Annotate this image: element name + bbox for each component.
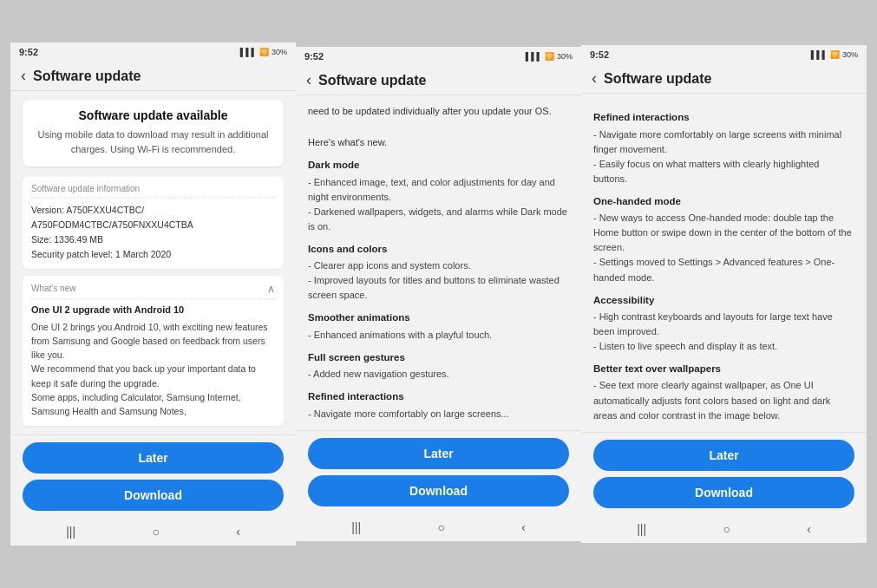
accessibility-body: - High contrast keyboards and layouts fo…	[593, 310, 854, 354]
refined-body: - Navigate more comfortably on large scr…	[308, 407, 569, 421]
back-button-2[interactable]: ‹	[306, 71, 311, 89]
wifi-icon-2: 🛜	[545, 52, 554, 61]
status-icons-3: ▌▌▌ 🛜 30%	[811, 50, 858, 59]
chevron-up-icon: ∧	[267, 283, 275, 295]
update-available-card: Software update available Using mobile d…	[23, 100, 284, 167]
refined-heading: Refined interactions	[308, 389, 569, 404]
phone-2: 9:52 ▌▌▌ 🛜 30% ‹ Software update need to…	[296, 47, 581, 540]
refined-interactions-heading: Refined interactions	[593, 109, 854, 125]
later-button-2[interactable]: Later	[308, 438, 569, 469]
one-handed-body: - New ways to access One-handed mode: do…	[593, 211, 854, 284]
footer-3: Later Download	[581, 432, 867, 515]
nav-bar-1: ||| ○ ‹	[10, 518, 296, 546]
section-accessibility: Accessibility - High contrast keyboards …	[593, 292, 854, 355]
wifi-icon-1: 🛜	[259, 48, 269, 56]
nav-bar-3: ||| ○ ‹	[581, 515, 867, 543]
dark-mode-body: - Enhanced image, text, and color adjust…	[308, 175, 569, 234]
time-3: 9:52	[590, 49, 609, 60]
whats-new-header: What's new ∧	[31, 283, 275, 299]
software-info-section: Software update information Version: A75…	[23, 177, 284, 268]
one-handed-heading: One-handed mode	[593, 193, 854, 209]
nav-menu-icon-1[interactable]: |||	[66, 525, 75, 539]
whats-new-section: What's new ∧ One UI 2 upgrade with Andro…	[23, 276, 284, 426]
section-animations: Smoother animations - Enhanced animation…	[308, 310, 569, 342]
wifi-icon-3: 🛜	[830, 50, 840, 59]
whats-new-subtitle: One UI 2 upgrade with Android 10	[31, 304, 275, 315]
animations-body: - Enhanced animations with a playful tou…	[308, 328, 569, 343]
battery-3: 30%	[842, 50, 858, 59]
nav-back-icon-3[interactable]: ‹	[807, 522, 811, 536]
scroll-content-2: need to be updated individually after yo…	[308, 104, 569, 421]
phone-1: 9:52 ▌▌▌ 🛜 30% ‹ Software update Softwar…	[10, 42, 296, 545]
download-button-2[interactable]: Download	[308, 475, 569, 506]
signal-icon-2: ▌▌▌	[526, 52, 542, 61]
footer-1: Later Download	[10, 434, 296, 518]
accessibility-heading: Accessibility	[593, 292, 854, 308]
content-3: Refined interactions - Navigate more com…	[581, 94, 867, 431]
section-refined-interactions: Refined interactions - Navigate more com…	[593, 109, 854, 186]
update-main-title: Software update available	[31, 108, 275, 122]
nav-bar-2: ||| ○ ‹	[296, 513, 581, 541]
wallpaper-heading: Better text over wallpapers	[593, 361, 854, 376]
status-bar-2: 9:52 ▌▌▌ 🛜 30%	[296, 47, 581, 66]
section-gestures: Full screen gestures - Added new navigat…	[308, 350, 569, 382]
nav-back-icon-1[interactable]: ‹	[236, 525, 240, 539]
nav-home-icon-3[interactable]: ○	[723, 522, 730, 536]
back-button-3[interactable]: ‹	[592, 69, 597, 88]
status-icons-2: ▌▌▌ 🛜 30%	[526, 52, 573, 61]
status-bar-3: 9:52 ▌▌▌ 🛜 30%	[581, 45, 867, 64]
content-1: Software update available Using mobile d…	[10, 91, 296, 434]
nav-back-icon-2[interactable]: ‹	[521, 520, 526, 534]
whats-new-title: What's new	[31, 284, 75, 293]
download-button-3[interactable]: Download	[593, 477, 854, 508]
time-1: 9:52	[19, 47, 38, 57]
header-1: ‹ Software update	[10, 62, 296, 91]
battery-2: 30%	[557, 52, 573, 61]
gestures-body: - Added new navigation gestures.	[308, 367, 569, 382]
content-2: need to be updated individually after yo…	[296, 95, 581, 429]
nav-menu-icon-3[interactable]: |||	[637, 522, 646, 536]
header-2: ‹ Software update	[296, 66, 581, 95]
whats-new-body: One UI 2 brings you Android 10, with exc…	[31, 320, 275, 419]
nav-menu-icon-2[interactable]: |||	[351, 520, 361, 534]
battery-1: 30%	[272, 48, 287, 56]
dark-mode-heading: Dark mode	[308, 157, 569, 173]
refined-interactions-body: - Navigate more comfortably on large scr…	[593, 127, 854, 186]
nav-home-icon-1[interactable]: ○	[152, 525, 159, 539]
status-icons-1: ▌▌▌ 🛜 30%	[240, 48, 287, 56]
page-title-3: Software update	[604, 71, 711, 87]
section-icons-colors: Icons and colors - Clearer app icons and…	[308, 241, 569, 304]
time-2: 9:52	[304, 51, 324, 62]
header-3: ‹ Software update	[581, 64, 867, 94]
section-one-handed: One-handed mode - New ways to access One…	[593, 193, 854, 285]
section-refined: Refined interactions - Navigate more com…	[308, 389, 569, 421]
page-title-1: Software update	[33, 69, 141, 84]
page-title-2: Software update	[318, 73, 426, 88]
icons-colors-body: - Clearer app icons and system colors. -…	[308, 258, 569, 303]
icons-colors-heading: Icons and colors	[308, 241, 569, 257]
scroll-content-3: Refined interactions - Navigate more com…	[593, 109, 854, 422]
later-button-3[interactable]: Later	[593, 440, 854, 471]
download-button-1[interactable]: Download	[23, 480, 284, 511]
phone-3: 9:52 ▌▌▌ 🛜 30% ‹ Software update Refined…	[581, 45, 867, 542]
status-bar-1: 9:52 ▌▌▌ 🛜 30%	[10, 42, 296, 62]
nav-home-icon-2[interactable]: ○	[437, 520, 444, 534]
update-warning: Using mobile data to download may result…	[31, 127, 275, 156]
gestures-heading: Full screen gestures	[308, 350, 569, 365]
intro-text: need to be updated individually after yo…	[308, 104, 569, 150]
version-info: Version: A750FXXU4CTBC/ A750FODM4CTBC/A7…	[31, 203, 275, 261]
signal-icon-1: ▌▌▌	[240, 48, 257, 56]
signal-icon-3: ▌▌▌	[811, 50, 828, 59]
info-section-title: Software update information	[31, 184, 275, 198]
section-dark-mode: Dark mode - Enhanced image, text, and co…	[308, 157, 569, 234]
back-button-1[interactable]: ‹	[21, 67, 26, 85]
footer-2: Later Download	[296, 430, 581, 513]
animations-heading: Smoother animations	[308, 310, 569, 325]
section-wallpaper: Better text over wallpapers - See text m…	[593, 361, 854, 423]
wallpaper-body: - See text more clearly against wallpape…	[593, 378, 854, 422]
later-button-1[interactable]: Later	[23, 442, 284, 474]
